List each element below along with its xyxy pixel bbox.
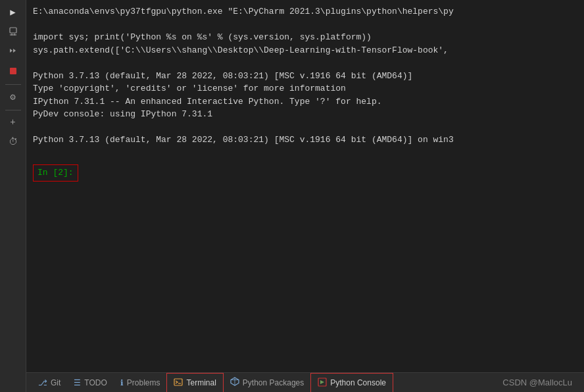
- console-line-blank3: [33, 121, 577, 134]
- svg-rect-4: [10, 68, 16, 74]
- tab-terminal-label: Terminal: [186, 378, 216, 387]
- add-icon[interactable]: +: [3, 113, 24, 132]
- tab-git[interactable]: ⎇ Git: [32, 373, 67, 392]
- clock-icon[interactable]: ⏱: [3, 133, 24, 151]
- console-line-4: sys.path.extend(['C:\\Users\\shang\\Desk…: [33, 44, 577, 57]
- svg-marker-11: [320, 380, 324, 384]
- tab-console[interactable]: Python Console: [310, 373, 393, 392]
- console-icon: [318, 378, 327, 389]
- packages-icon: [230, 377, 239, 388]
- console-line-blank1: [33, 18, 577, 32]
- console-line-6: Python 3.7.13 (default, Mar 28 2022, 08:…: [33, 70, 577, 83]
- run-icon[interactable]: ▶: [3, 3, 24, 21]
- stop-icon[interactable]: [3, 62, 24, 80]
- bottom-bar: ⎇ Git ☰ TODO ℹ Problems Terminal: [26, 372, 584, 392]
- debug-icon[interactable]: [3, 22, 24, 41]
- console-output[interactable]: E:\anaconda\envs\py37tfgpu\python.exe "E…: [26, 0, 584, 372]
- settings-icon[interactable]: ⚙: [3, 87, 24, 106]
- tab-git-label: Git: [51, 378, 61, 387]
- console-line-8: IPython 7.31.1 -- An enhanced Interactiv…: [33, 95, 577, 109]
- sidebar: ▶ ⚙ + ⏱: [0, 0, 26, 392]
- tab-problems-label: Problems: [127, 378, 160, 387]
- input-prompt[interactable]: In [2]:: [33, 164, 78, 182]
- console-line-9: PyDev console: using IPython 7.31.1: [33, 108, 577, 121]
- git-icon: ⎇: [38, 378, 47, 387]
- tab-terminal[interactable]: Terminal: [166, 373, 223, 392]
- svg-rect-0: [10, 28, 16, 33]
- tab-problems[interactable]: ℹ Problems: [114, 373, 167, 392]
- tab-packages[interactable]: Python Packages: [224, 373, 310, 392]
- terminal-icon: [174, 378, 183, 388]
- problems-icon: ℹ: [120, 378, 124, 387]
- todo-icon: ☰: [74, 378, 81, 387]
- console-line-blank4: [33, 147, 577, 160]
- rerun-icon[interactable]: [3, 42, 24, 61]
- watermark: CSDN @MallocLu: [502, 378, 579, 387]
- console-line-3: import sys; print('Python %s on %s' % (s…: [33, 31, 577, 44]
- tab-console-label: Python Console: [330, 378, 386, 387]
- sidebar-divider-2: [5, 110, 21, 110]
- main-area: E:\anaconda\envs\py37tfgpu\python.exe "E…: [26, 0, 584, 392]
- console-line-11: Python 3.7.13 (default, Mar 28 2022, 08:…: [33, 134, 577, 147]
- console-line-1: E:\anaconda\envs\py37tfgpu\python.exe "E…: [33, 5, 577, 18]
- sidebar-divider-1: [5, 84, 21, 85]
- tab-todo-label: TODO: [84, 378, 107, 387]
- tab-packages-label: Python Packages: [243, 378, 304, 387]
- tab-todo[interactable]: ☰ TODO: [67, 373, 113, 392]
- prompt-block: In [2]:: [33, 164, 577, 182]
- console-line-7: Type 'copyright', 'credits' or 'license'…: [33, 82, 577, 95]
- console-line-blank2: [33, 57, 577, 70]
